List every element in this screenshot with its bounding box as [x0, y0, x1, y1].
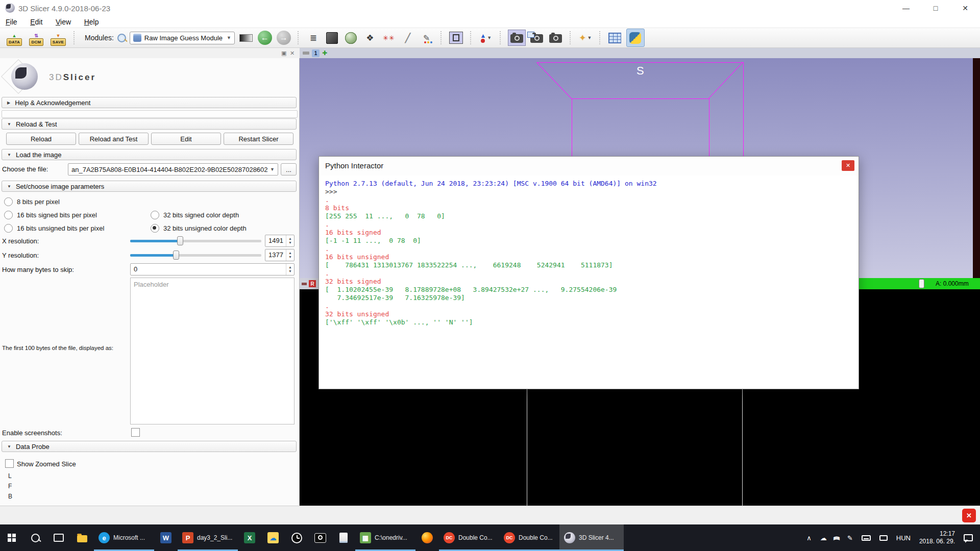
edit-button[interactable]: Edit	[151, 133, 221, 145]
menu-edit[interactable]: Edit	[24, 16, 48, 28]
python-console[interactable]: Python 2.7.13 (default, Jun 24 2018, 23:…	[319, 176, 859, 389]
restart-slicer-button[interactable]: Restart Slicer	[224, 133, 293, 145]
load-data-button[interactable]: ▲ DATA	[5, 30, 23, 46]
panel-pin-icon[interactable]: ▣	[281, 49, 286, 57]
radio-16-bits-unsigned-bits-per-pixel[interactable]: 16 bits unsigned bits per pixel	[4, 221, 104, 235]
markups-button[interactable]: ✳✳	[381, 30, 397, 46]
error-log-button[interactable]: ✕	[962, 509, 976, 522]
firefox-button[interactable]	[415, 524, 439, 551]
view3d-label[interactable]: 1	[312, 49, 320, 57]
section-load-image[interactable]: ▼ Load the image	[2, 149, 297, 160]
search-button[interactable]	[23, 524, 47, 551]
spin-down-icon[interactable]: ▼	[288, 255, 292, 259]
secondary-display-icon[interactable]	[879, 535, 888, 541]
slice-offset-handle[interactable]	[919, 279, 924, 288]
sticky-notes-button[interactable]: ☁	[261, 524, 285, 551]
extension-table-button[interactable]	[607, 30, 623, 46]
tray-chevron-icon[interactable]: ∧	[806, 534, 812, 542]
extensions-button[interactable]	[325, 30, 340, 46]
spin-up-icon[interactable]: ▲	[288, 265, 292, 269]
file-explorer-button[interactable]	[70, 524, 94, 551]
edge-tile[interactable]: eMicrosoft ...	[94, 524, 154, 551]
section-image-parameters[interactable]: ▼ Set/choose image parameters	[2, 181, 297, 192]
preview-textarea[interactable]: Placeholder	[130, 278, 295, 424]
spin-down-icon[interactable]: ▼	[288, 241, 292, 245]
favorites-button[interactable]: ✦ ▼	[578, 30, 593, 46]
double-commander-tile-2[interactable]: DCDouble Co...	[499, 524, 559, 551]
x-resolution-spinbox[interactable]: 1491 ▲▼	[265, 235, 295, 247]
module-list-button[interactable]: ≣	[306, 30, 321, 46]
load-dicom-button[interactable]: ⇅ DCM	[27, 30, 45, 46]
menu-view[interactable]: View	[50, 16, 77, 28]
y-resolution-spinbox[interactable]: 1377 ▲▼	[265, 249, 295, 261]
alarms-clock-button[interactable]	[285, 524, 308, 551]
radio-16-bits-signed-bits-per-pixel[interactable]: 16 bits signed bits per pixel	[4, 208, 104, 221]
section-help-acknowledgement[interactable]: ▶ Help & Acknowledgement	[2, 97, 297, 108]
onedrive-cloud-icon[interactable]: ☁	[820, 534, 827, 542]
maximize-view-icon[interactable]: ✚	[322, 50, 327, 56]
spin-arrows[interactable]: ▲▼	[286, 249, 294, 261]
file-combobox[interactable]: an_7A2B75A808-E0B104-414404-B802E202-9B0…	[68, 163, 278, 176]
scene-view-button[interactable]	[529, 30, 545, 46]
slice-pin-icon[interactable]	[302, 283, 307, 285]
section-data-probe[interactable]: ▼ Data Probe	[2, 441, 297, 452]
module-back-button[interactable]: ←	[257, 30, 273, 46]
notes-app-button[interactable]	[332, 524, 355, 551]
radio-32-bits-signed-color-depth[interactable]: 32 bits signed color depth	[151, 208, 247, 221]
module-history-button[interactable]	[238, 30, 254, 46]
red-slice-label[interactable]: R	[309, 280, 316, 287]
layout-selector-button[interactable]	[449, 30, 464, 46]
crosshair-button[interactable]: ▲ ▼	[478, 30, 494, 46]
maximize-button[interactable]: □	[921, 0, 950, 16]
y-resolution-slider[interactable]	[130, 249, 261, 261]
panel-close-icon[interactable]: ✕	[290, 49, 295, 57]
language-indicator[interactable]: HUN	[896, 534, 911, 542]
minimize-button[interactable]: —	[891, 0, 921, 16]
show-zoomed-slice-checkbox[interactable]	[5, 459, 14, 468]
wifi-icon[interactable]: (((	[836, 534, 839, 541]
module-search-icon[interactable]	[117, 34, 126, 42]
view-pin-icon[interactable]	[303, 52, 309, 55]
module-forward-button[interactable]: →	[276, 30, 291, 46]
double-commander-tile-1[interactable]: DCDouble Co...	[439, 524, 499, 551]
slider-handle[interactable]	[173, 251, 179, 260]
excel-button[interactable]: X	[238, 524, 261, 551]
spin-arrows[interactable]: ▲▼	[286, 264, 294, 275]
spin-down-icon[interactable]: ▼	[288, 269, 292, 273]
python-close-button[interactable]: ✕	[842, 160, 854, 171]
powerpoint-tile[interactable]: Pday3_2_Sli...	[178, 524, 238, 551]
x-resolution-slider[interactable]	[130, 235, 261, 247]
camera-app-button[interactable]	[308, 524, 332, 551]
section-reload-test[interactable]: ▼ Reload & Test	[2, 118, 297, 130]
radio-8-bits-per-pixel[interactable]: 8 bits per pixel	[4, 195, 104, 208]
browse-file-button[interactable]: ...	[281, 163, 297, 176]
python-interactor-button[interactable]	[626, 30, 645, 46]
bytes-skip-spinbox[interactable]: 0 ▲▼	[130, 263, 295, 276]
touch-keyboard-icon[interactable]	[862, 535, 871, 541]
menu-file[interactable]: File	[0, 16, 23, 28]
module-selector[interactable]: Raw Image Guess Module ▼	[130, 32, 235, 44]
enable-screenshots-checkbox[interactable]	[131, 428, 140, 437]
slicer-tile[interactable]: 3D Slicer 4...	[559, 524, 624, 551]
models-button[interactable]	[344, 30, 359, 46]
start-button[interactable]	[0, 524, 23, 551]
annotations-button[interactable]: ✎	[419, 30, 434, 46]
pen-icon[interactable]: ✎	[847, 534, 853, 542]
reload-and-test-button[interactable]: Reload and Test	[79, 133, 149, 145]
python-window-titlebar[interactable]: Python Interactor ✕	[319, 157, 859, 176]
spin-up-icon[interactable]: ▲	[288, 251, 292, 255]
screenshot-button[interactable]	[508, 30, 526, 46]
ruler-button[interactable]: ╱	[400, 30, 415, 46]
menu-help[interactable]: Help	[79, 16, 105, 28]
spin-arrows[interactable]: ▲▼	[286, 235, 294, 246]
spin-up-icon[interactable]: ▲	[288, 237, 292, 241]
action-center-icon[interactable]	[964, 534, 973, 541]
slider-handle[interactable]	[177, 236, 183, 245]
image-viewer-tile[interactable]: ▦C:\onedriv...	[355, 524, 415, 551]
taskbar-clock[interactable]: 12:17 2018. 06. 29.	[919, 530, 955, 545]
task-view-button[interactable]	[47, 524, 70, 551]
radio-32-bits-unsigned-color-depth[interactable]: 32 bits unsigned color depth	[151, 221, 247, 235]
close-button[interactable]: ✕	[950, 0, 980, 16]
word-button[interactable]: W	[154, 524, 178, 551]
scene-restore-button[interactable]	[548, 30, 564, 46]
